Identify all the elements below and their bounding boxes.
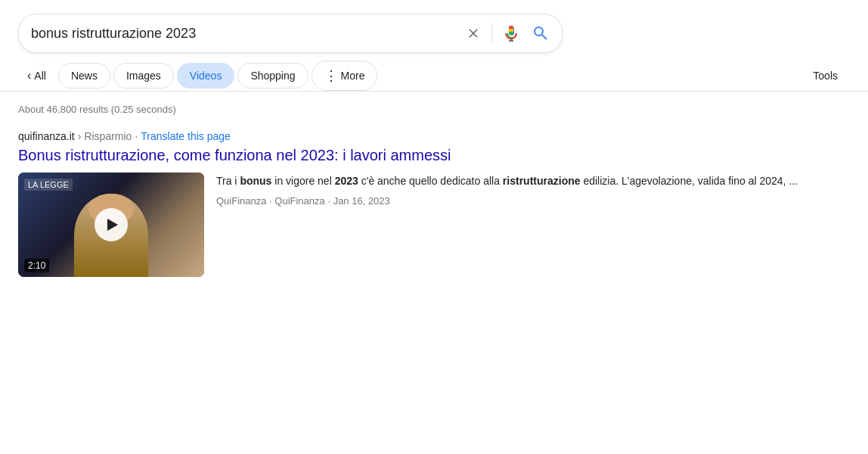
search-bar-divider <box>491 23 492 44</box>
svg-rect-4 <box>509 32 513 35</box>
tools-button[interactable]: Tools <box>801 64 850 88</box>
search-bar-icons <box>466 23 550 44</box>
tab-videos-label: Videos <box>190 70 222 82</box>
thumbnail-label: LA LEGGE <box>24 179 73 191</box>
breadcrumb-separator: › <box>78 130 82 142</box>
clear-icon[interactable] <box>466 26 481 41</box>
search-input[interactable] <box>31 26 457 42</box>
tab-shopping-label: Shopping <box>250 70 295 82</box>
results-stats: About 46,800 results (0.25 seconds) <box>18 104 850 115</box>
result-domain: quifinanza.it <box>18 130 75 142</box>
translate-link[interactable]: Translate this page <box>141 130 231 142</box>
result-body: 2:10 LA LEGGE Tra i bonus in vigore nel … <box>18 173 850 277</box>
snippet-text: Tra i bonus in vigore nel 2023 c'è anche… <box>216 173 850 189</box>
video-duration: 2:10 <box>24 259 49 272</box>
tab-all[interactable]: ‹ All <box>18 61 55 90</box>
search-bar <box>18 14 563 53</box>
play-icon <box>107 219 118 231</box>
play-button[interactable] <box>95 208 128 241</box>
search-submit-icon[interactable] <box>532 24 550 42</box>
search-tabs: ‹ All News Images Videos Shopping ⋮ More… <box>0 53 868 92</box>
breadcrumb-dot: · <box>135 130 138 142</box>
tab-more-label: More <box>341 70 365 82</box>
tab-shopping[interactable]: Shopping <box>237 63 308 89</box>
tab-news-label: News <box>71 70 98 82</box>
tab-videos[interactable]: Videos <box>177 63 235 89</box>
breadcrumb-sub: Risparmio <box>84 130 132 142</box>
tab-images-label: Images <box>126 70 161 82</box>
search-bar-section <box>0 0 868 53</box>
svg-rect-3 <box>509 29 513 32</box>
tab-more[interactable]: ⋮ More <box>312 61 378 91</box>
snippet-source: QuiFinanza · QuiFinanza · Jan 16, 2023 <box>216 195 850 207</box>
tab-news[interactable]: News <box>58 63 110 89</box>
tab-all-label: All <box>34 70 46 82</box>
result-thumbnail[interactable]: 2:10 LA LEGGE <box>18 173 204 277</box>
svg-rect-2 <box>509 26 513 29</box>
result-item: quifinanza.it › Risparmio · Translate th… <box>18 130 850 277</box>
microphone-icon[interactable] <box>503 23 521 43</box>
result-breadcrumb: quifinanza.it › Risparmio · Translate th… <box>18 130 850 142</box>
more-dots-icon: ⋮ <box>324 67 338 84</box>
tab-images[interactable]: Images <box>113 63 174 89</box>
tools-label: Tools <box>813 70 838 82</box>
result-title[interactable]: Bonus ristrutturazione, come funziona ne… <box>18 145 850 165</box>
results-area: About 46,800 results (0.25 seconds) quif… <box>0 92 868 301</box>
result-snippet: Tra i bonus in vigore nel 2023 c'è anche… <box>216 173 850 207</box>
chevron-left-icon: ‹ <box>27 69 31 82</box>
